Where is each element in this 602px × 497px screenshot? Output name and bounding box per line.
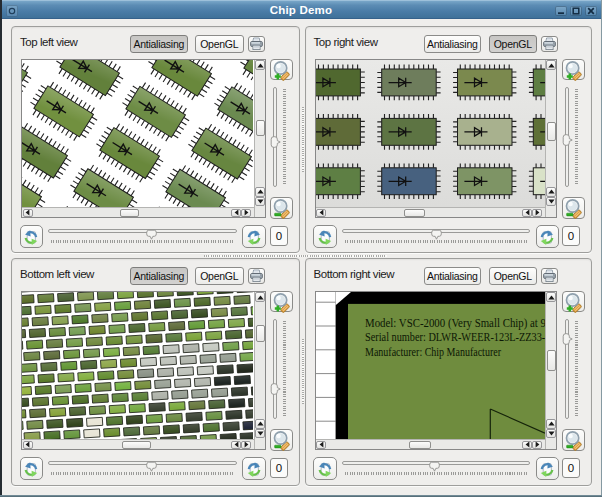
svg-text:Model: VSC-2000 (Very Small Ch: Model: VSC-2000 (Very Small Chip) at 9 (365, 315, 545, 329)
svg-text:Serial number: DLWR-WEER-123L-: Serial number: DLWR-WEER-123L-ZZ33-S (365, 330, 545, 344)
svg-text:Manufacturer: Chip Manufacture: Manufacturer: Chip Manufacturer (365, 344, 501, 358)
